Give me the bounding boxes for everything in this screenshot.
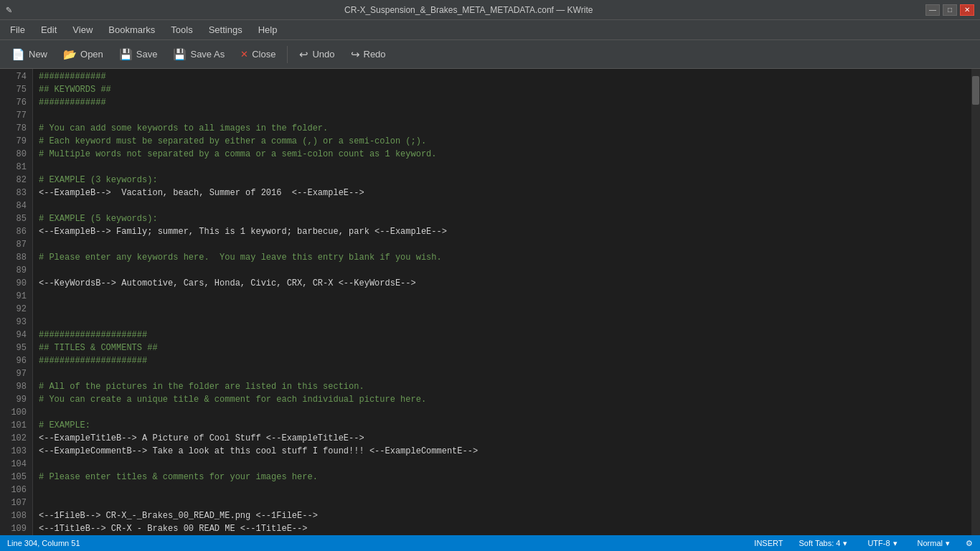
line-number: 77 xyxy=(0,109,27,122)
line-number: 104 xyxy=(0,458,27,471)
line-numbers: 7475767778798081828384858687888990919293… xyxy=(0,69,33,535)
open-button[interactable]: 📂 Open xyxy=(56,43,110,66)
code-line: ##################### xyxy=(39,354,966,367)
line-number: 93 xyxy=(0,316,27,329)
code-line: <--KeyWordsB--> Automotive, Cars, Honda,… xyxy=(39,277,966,290)
saveas-label: Save As xyxy=(190,49,225,60)
line-number: 85 xyxy=(0,212,27,225)
code-line xyxy=(39,290,966,303)
undo-icon: ↩ xyxy=(299,48,308,61)
vertical-scrollbar[interactable] xyxy=(971,69,980,535)
menu-settings[interactable]: Settings xyxy=(202,22,250,38)
close-button[interactable]: ✕ xyxy=(960,4,974,16)
insert-mode-label: Normal xyxy=(918,539,943,547)
window-controls: — □ ✕ xyxy=(925,4,974,16)
undo-button[interactable]: ↩ Undo xyxy=(292,43,341,66)
line-number: 92 xyxy=(0,303,27,316)
insert-mode-dropdown[interactable]: Normal ▾ xyxy=(913,537,954,550)
statusbar: Line 304, Column 51 INSERT Soft Tabs: 4 … xyxy=(0,535,980,551)
new-label: New xyxy=(29,49,47,60)
code-line: # EXAMPLE (5 keywords): xyxy=(39,212,966,225)
line-number: 87 xyxy=(0,238,27,251)
scrollbar-thumb[interactable] xyxy=(972,76,979,105)
line-number: 81 xyxy=(0,161,27,174)
line-number: 99 xyxy=(0,393,27,406)
code-line: ############# xyxy=(39,96,966,109)
menu-edit[interactable]: Edit xyxy=(34,22,64,38)
save-icon: 💾 xyxy=(119,48,133,61)
line-number: 90 xyxy=(0,277,27,290)
menu-help[interactable]: Help xyxy=(251,22,285,38)
code-line: ## KEYWORDS ## xyxy=(39,83,966,96)
undo-label: Undo xyxy=(312,49,334,60)
menu-view[interactable]: View xyxy=(65,22,100,38)
code-line: # You can add some keywords to all image… xyxy=(39,122,966,135)
line-number: 100 xyxy=(0,406,27,419)
line-number: 75 xyxy=(0,83,27,96)
code-line xyxy=(39,161,966,174)
open-icon: 📂 xyxy=(63,48,77,61)
code-line xyxy=(39,484,966,496)
code-line: <--ExampleB--> Vacation, beach, Summer o… xyxy=(39,187,966,199)
line-number: 95 xyxy=(0,342,27,354)
code-line: <--1FileB--> CR-X_-_Brakes_00_READ_ME.pn… xyxy=(39,509,966,522)
line-number: 103 xyxy=(0,445,27,458)
code-line: # EXAMPLE (3 keywords): xyxy=(39,174,966,187)
code-line: # Multiple words not separated by a comm… xyxy=(39,148,966,161)
line-number: 80 xyxy=(0,148,27,161)
code-line: <--1TitleB--> CR-X - Brakes 00 READ ME <… xyxy=(39,522,966,535)
code-line xyxy=(39,199,966,212)
app-icon: ✎ xyxy=(6,4,11,16)
code-line: # All of the pictures in the folder are … xyxy=(39,380,966,393)
close-file-label: Close xyxy=(252,49,275,60)
line-number: 98 xyxy=(0,380,27,393)
tabs-dropdown[interactable]: Soft Tabs: 4 ▾ xyxy=(794,537,852,550)
menu-bookmarks[interactable]: Bookmarks xyxy=(101,22,162,38)
code-line xyxy=(39,458,966,471)
encoding-chevron: ▾ xyxy=(893,539,897,548)
code-line: <--ExampleB--> Family; summer, This is 1… xyxy=(39,225,966,238)
encoding-dropdown[interactable]: UTF-8 ▾ xyxy=(863,537,901,550)
close-file-button[interactable]: ✕ Close xyxy=(233,43,283,66)
saveas-button[interactable]: 💾 Save As xyxy=(166,43,232,66)
code-line xyxy=(39,264,966,277)
line-number: 108 xyxy=(0,509,27,522)
code-line: # Please enter titles & comments for you… xyxy=(39,471,966,484)
code-line: <--ExampleCommentB--> Take a look at thi… xyxy=(39,445,966,458)
menu-file[interactable]: File xyxy=(3,22,32,38)
save-button[interactable]: 💾 Save xyxy=(112,43,165,66)
line-number: 106 xyxy=(0,484,27,496)
new-button[interactable]: 📄 New xyxy=(4,43,55,66)
redo-icon: ↪ xyxy=(351,48,360,61)
code-line: # Each keyword must be separated by eith… xyxy=(39,135,966,148)
line-number: 76 xyxy=(0,96,27,109)
toolbar-separator xyxy=(287,46,288,63)
line-number: 89 xyxy=(0,264,27,277)
code-line xyxy=(39,109,966,122)
code-line: # You can create a unique title & commen… xyxy=(39,393,966,406)
maximize-button[interactable]: □ xyxy=(943,4,957,16)
line-number: 83 xyxy=(0,187,27,199)
menubar: File Edit View Bookmarks Tools Settings … xyxy=(0,20,980,40)
status-right: INSERT Soft Tabs: 4 ▾ UTF-8 ▾ Normal ▾ ⚙ xyxy=(754,537,973,550)
line-number: 94 xyxy=(0,329,27,342)
menu-tools[interactable]: Tools xyxy=(164,22,199,38)
code-line xyxy=(39,496,966,509)
line-number: 88 xyxy=(0,251,27,264)
redo-button[interactable]: ↪ Redo xyxy=(344,43,393,66)
line-number: 82 xyxy=(0,174,27,187)
code-line: # EXAMPLE: xyxy=(39,419,966,432)
tabs-label: Soft Tabs: 4 xyxy=(798,539,840,547)
new-icon: 📄 xyxy=(11,48,25,61)
line-number: 102 xyxy=(0,432,27,445)
code-line xyxy=(39,238,966,251)
redo-label: Redo xyxy=(364,49,386,60)
minimize-button[interactable]: — xyxy=(925,4,940,16)
code-line: # Please enter any keywords here. You ma… xyxy=(39,251,966,264)
line-number: 78 xyxy=(0,122,27,135)
insert-mode-chevron: ▾ xyxy=(946,539,950,548)
code-area[interactable]: ############### KEYWORDS ###############… xyxy=(33,69,971,535)
save-label: Save xyxy=(136,49,158,60)
code-line: ##################### xyxy=(39,329,966,342)
settings-icon[interactable]: ⚙ xyxy=(966,539,973,548)
